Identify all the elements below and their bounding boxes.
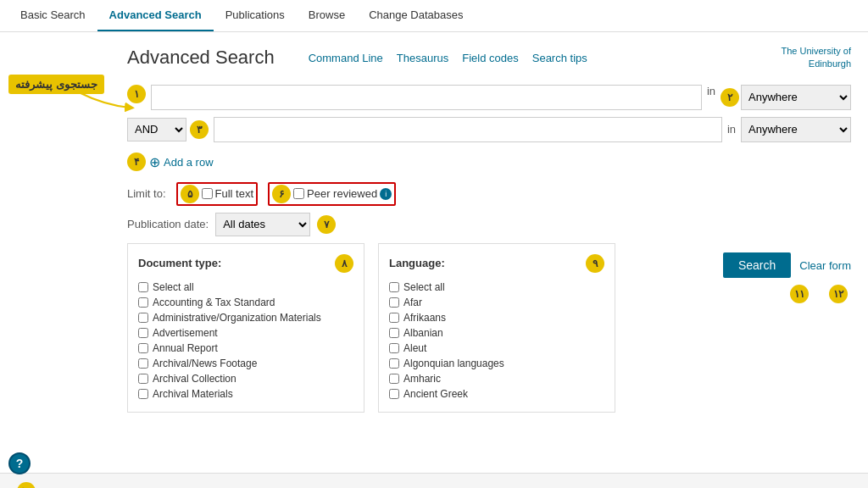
- add-row-label: Add a row: [164, 156, 214, 169]
- document-select-all: Select all: [138, 280, 353, 295]
- list-item: Archival Collection: [138, 371, 353, 386]
- language-list: Afar Afrikaans Albanian Aleut Algonquian…: [389, 295, 604, 402]
- badge-8: ٨: [335, 254, 353, 273]
- list-item: Advertisement: [138, 325, 353, 341]
- page-title: Advanced Search: [127, 47, 275, 69]
- list-item: Ancient Greek: [389, 386, 604, 402]
- badge-12: ١٢: [829, 285, 848, 303]
- language-panel: Language: ٩ Select all Afar Afrikaans Al…: [378, 243, 615, 413]
- badge-5: ۵: [181, 185, 199, 203]
- list-item: Afrikaans: [389, 310, 604, 325]
- pub-date-label: Publication date:: [127, 218, 209, 230]
- badge-10: ١٠: [17, 482, 36, 488]
- nav-basic-search[interactable]: Basic Search: [8, 0, 97, 31]
- document-select-all-label: Select all: [153, 281, 194, 293]
- search-input-1[interactable]: [151, 85, 702, 110]
- top-navigation: Basic Search Advanced Search Publication…: [0, 0, 868, 32]
- nav-advanced-search[interactable]: Advanced Search: [97, 0, 214, 31]
- badge-3: ٣: [190, 120, 209, 139]
- list-item: Amharic: [389, 371, 604, 386]
- limit-row: Limit to: ۵ Full text ۶ Peer reviewed i: [127, 182, 851, 206]
- list-item: Archival/News Footage: [138, 356, 353, 371]
- header-row: Advanced Search Command Line Thesaurus F…: [127, 45, 851, 71]
- anywhere-select-1[interactable]: Anywhere Title Author Subject Abstract: [741, 85, 851, 110]
- operator-select[interactable]: AND OR NOT: [127, 118, 186, 141]
- peer-reviewed-checkbox[interactable]: [293, 188, 304, 199]
- language-select-all-checkbox[interactable]: [389, 282, 399, 292]
- command-line-link[interactable]: Command Line: [309, 52, 383, 64]
- annotation-label: جستجوی پیشرفته: [8, 75, 104, 94]
- anywhere-select-2[interactable]: Anywhere Title Author Subject: [741, 117, 851, 142]
- language-title: Language: ٩: [389, 254, 604, 273]
- search-section: ١ in ٢ Anywhere Title Author Subject Abs…: [127, 85, 851, 236]
- btn-row: Search Clear form: [723, 252, 851, 278]
- search-input-2[interactable]: [214, 117, 722, 142]
- document-type-title: Document type: ٨: [138, 254, 353, 273]
- pub-date-select[interactable]: All dates Last year Last 5 years Custom …: [215, 213, 310, 236]
- result-options-label: Result page options: [42, 485, 140, 489]
- search-input-2-wrapper: [214, 117, 722, 142]
- list-item: Algonquian languages: [389, 356, 604, 371]
- field-codes-link[interactable]: Field codes: [462, 52, 518, 64]
- peer-reviewed-label: Peer reviewed: [307, 187, 377, 200]
- badge-6: ۶: [272, 185, 291, 203]
- full-text-label: Full text: [215, 187, 254, 200]
- list-item: Aleut: [389, 341, 604, 356]
- list-item: Annual Report: [138, 341, 353, 356]
- badge-4: ۴: [127, 152, 146, 171]
- nav-publications[interactable]: Publications: [214, 0, 297, 31]
- search-row-1: ١ in ٢ Anywhere Title Author Subject Abs…: [127, 85, 851, 110]
- in-label-2: in: [727, 123, 736, 136]
- in-label-1: in: [707, 85, 715, 97]
- language-select-all: Select all: [389, 280, 604, 295]
- nav-change-databases[interactable]: Change Databases: [357, 0, 475, 31]
- pub-date-row: Publication date: All dates Last year La…: [127, 213, 851, 236]
- badge-9: ٩: [586, 254, 604, 273]
- full-text-checkbox[interactable]: [202, 188, 213, 199]
- annotation-container: جستجوی پیشرفته: [8, 75, 104, 118]
- search-input-1-wrapper: [151, 85, 702, 110]
- add-row-button[interactable]: ⊕ Add a row: [149, 154, 214, 170]
- action-buttons: Search Clear form ١١ ١٢: [723, 252, 851, 303]
- list-item: Afar: [389, 295, 604, 310]
- language-select-all-label: Select all: [403, 281, 445, 293]
- list-item: Accounting & Tax Standard: [138, 295, 353, 310]
- full-text-checkbox-container: ۵ Full text: [176, 182, 259, 206]
- result-page-options-button[interactable]: Result page options ▼: [42, 485, 153, 489]
- document-select-all-checkbox[interactable]: [138, 282, 148, 292]
- header-links: Command Line Thesaurus Field codes Searc…: [309, 52, 587, 64]
- badge-11: ١١: [790, 285, 809, 303]
- badge-2: ٢: [721, 88, 739, 107]
- peer-reviewed-checkbox-container: ۶ Peer reviewed i: [268, 182, 396, 206]
- nav-browse[interactable]: Browse: [297, 0, 357, 31]
- badge-1: ١: [127, 85, 146, 103]
- university-text: The University of Edinburgh: [781, 45, 851, 71]
- main-content: جستجوی پیشرفته Advanced Search Command L…: [0, 32, 868, 473]
- thesaurus-link[interactable]: Thesaurus: [397, 52, 448, 64]
- limit-label: Limit to:: [127, 187, 166, 200]
- document-type-list: Accounting & Tax Standard Administrative…: [138, 295, 353, 402]
- info-icon[interactable]: i: [380, 188, 392, 200]
- list-item: Archival Materials: [138, 386, 353, 402]
- plus-icon: ⊕: [149, 154, 160, 170]
- help-button[interactable]: ?: [8, 452, 31, 474]
- list-item: Administrative/Organization Materials: [138, 310, 353, 325]
- badge-7: ٧: [317, 215, 336, 234]
- list-item: Albanian: [389, 325, 604, 341]
- document-type-panel: Document type: ٨ Select all Accounting &…: [127, 243, 364, 413]
- search-tips-link[interactable]: Search tips: [532, 52, 587, 64]
- bottom-bar: ١٠ Result page options ▼: [0, 473, 868, 488]
- clear-form-button[interactable]: Clear form: [799, 259, 851, 272]
- search-button[interactable]: Search: [723, 252, 791, 278]
- search-row-2-wrapper: AND OR NOT ٣ in Anywhere Title Author Su…: [127, 117, 851, 142]
